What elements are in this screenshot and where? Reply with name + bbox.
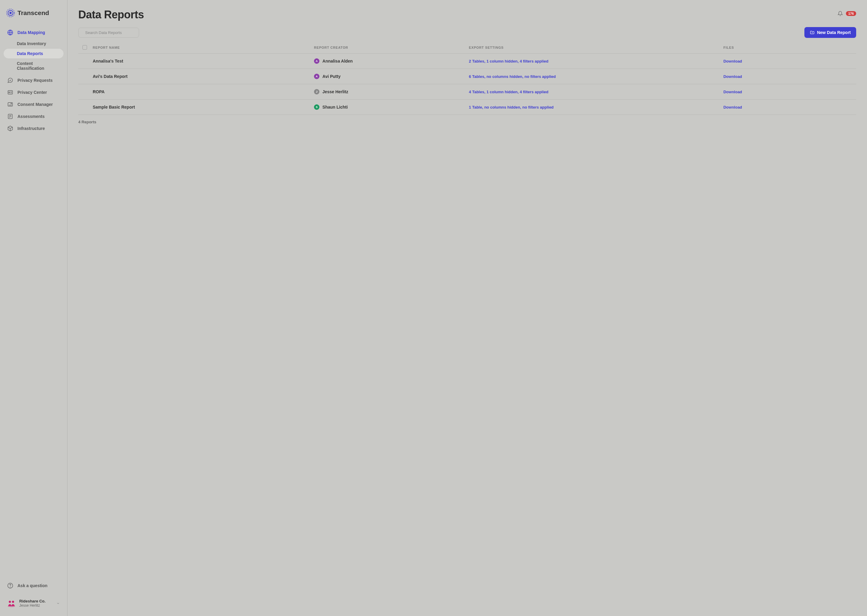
creator-cell: A Avi Putty [314,74,469,79]
svg-point-2 [9,12,12,14]
sidebar-subitem-content-classification[interactable]: Content Classification [4,59,63,73]
sidebar-subitem-label: Content Classification [17,61,60,71]
new-report-button[interactable]: New Data Report [804,27,856,38]
column-header: FILES [724,46,856,49]
sidebar-item-data-mapping[interactable]: Data Mapping [4,27,63,39]
select-all-checkbox[interactable] [82,45,87,50]
svg-rect-6 [8,102,13,106]
svg-point-5 [9,92,9,93]
notification-badge[interactable]: 176 [846,11,856,16]
sidebar-item-label: Privacy Center [17,90,47,95]
consent-icon [7,101,13,107]
export-settings-cell[interactable]: 2 Tables, 1 column hidden, 4 filters app… [469,59,724,63]
assessment-icon [7,113,13,119]
main-header: Data Reports 176 [78,8,856,21]
svg-point-7 [11,103,12,104]
creator-name: Annalisa Alden [322,59,353,63]
ask-question-label: Ask a question [17,583,47,588]
creator-cell: J Jesse Herlitz [314,89,469,94]
creator-name: Jesse Herlitz [322,90,348,94]
report-name-cell: Sample Basic Report [93,105,314,110]
globe-icon [7,30,13,36]
report-name-cell: Avi's Data Report [93,74,314,79]
ask-question-button[interactable]: Ask a question [4,580,63,592]
column-header: REPORT CREATOR [314,46,469,49]
header-right: 176 [837,11,856,16]
search-box[interactable] [78,28,139,38]
folder-plus-icon [810,30,815,35]
sidebar-subitem-data-inventory[interactable]: Data Inventory [4,39,63,49]
cube-icon [7,126,13,132]
sidebar-item-label: Data Mapping [17,30,45,35]
org-info: Rideshare Co. Jesse Herlitz [19,599,53,608]
chat-icon [7,77,13,83]
row-count: 4 Reports [78,120,856,124]
download-link[interactable]: Download [724,90,742,94]
sidebar-item-privacy-center[interactable]: Privacy Center [4,86,63,98]
files-cell: Download [724,74,856,79]
sidebar: Transcend Data Mapping Data Inventory Da… [0,0,68,616]
org-name: Rideshare Co. [19,599,53,603]
brand-name: Transcend [17,9,49,17]
svg-point-12 [12,601,14,603]
reports-table: REPORT NAME REPORT CREATOR EXPORT SETTIN… [78,41,856,115]
chevron-down-icon [56,602,60,605]
creator-cell: A Annalisa Alden [314,58,469,64]
creator-name: Shaun Lichti [322,105,348,110]
sidebar-item-privacy-requests[interactable]: Privacy Requests [4,74,63,86]
search-input[interactable] [85,30,136,35]
files-cell: Download [724,104,856,110]
table-row[interactable]: Avi's Data Report A Avi Putty 6 Tables, … [78,69,856,84]
new-report-label: New Data Report [817,30,851,35]
bell-icon[interactable] [837,11,843,16]
sidebar-item-consent-manager[interactable]: Consent Manager [4,98,63,110]
download-link[interactable]: Download [724,105,742,110]
card-icon [7,90,13,95]
files-cell: Download [724,89,856,94]
sidebar-subitem-data-reports[interactable]: Data Reports [4,49,63,58]
column-header: EXPORT SETTINGS [469,46,724,49]
logo[interactable]: Transcend [0,8,67,17]
sidebar-subitem-label: Data Inventory [17,41,46,46]
export-settings-cell[interactable]: 4 Tables, 1 column hidden, 4 filters app… [469,90,724,94]
sidebar-item-infrastructure[interactable]: Infrastructure [4,123,63,134]
table-header: REPORT NAME REPORT CREATOR EXPORT SETTIN… [78,41,856,53]
toolbar: New Data Report [78,27,856,38]
table-row[interactable]: Annalisa's Test A Annalisa Alden 2 Table… [78,53,856,69]
avatar: S [314,104,319,110]
download-link[interactable]: Download [724,59,742,63]
sidebar-item-label: Consent Manager [17,102,53,107]
table-row[interactable]: Sample Basic Report S Shaun Lichti 1 Tab… [78,99,856,115]
svg-point-10 [10,587,11,587]
download-link[interactable]: Download [724,74,742,79]
sidebar-item-label: Infrastructure [17,126,45,131]
sidebar-item-label: Privacy Requests [17,78,53,83]
report-name-cell: Annalisa's Test [93,59,314,63]
org-avatar-icon [7,599,16,608]
column-header: REPORT NAME [93,46,314,49]
table-row[interactable]: ROPA J Jesse Herlitz 4 Tables, 1 column … [78,84,856,99]
svg-point-13 [8,605,15,607]
logo-icon [6,8,15,17]
export-settings-cell[interactable]: 1 Table, no columns hidden, no filters a… [469,105,724,110]
main-content: Data Reports 176 New Data Report REPORT … [68,0,867,616]
creator-name: Avi Putty [322,74,340,79]
sidebar-footer: Ask a question Rideshare Co. Jesse Herli… [0,580,67,610]
sidebar-item-label: Assessments [17,114,44,119]
page-title: Data Reports [78,8,144,21]
avatar: A [314,58,319,64]
svg-point-11 [9,601,11,603]
report-name-cell: ROPA [93,90,314,94]
sidebar-item-assessments[interactable]: Assessments [4,110,63,123]
files-cell: Download [724,58,856,64]
export-settings-cell[interactable]: 6 Tables, no columns hidden, no filters … [469,74,724,79]
sidebar-nav: Data Mapping Data Inventory Data Reports… [0,27,67,580]
org-switcher[interactable]: Rideshare Co. Jesse Herlitz [4,596,63,610]
avatar: A [314,74,319,79]
avatar: J [314,89,319,94]
creator-cell: S Shaun Lichti [314,104,469,110]
org-user: Jesse Herlitz [19,603,53,608]
question-icon [7,583,13,589]
sidebar-subitem-label: Data Reports [17,51,43,56]
